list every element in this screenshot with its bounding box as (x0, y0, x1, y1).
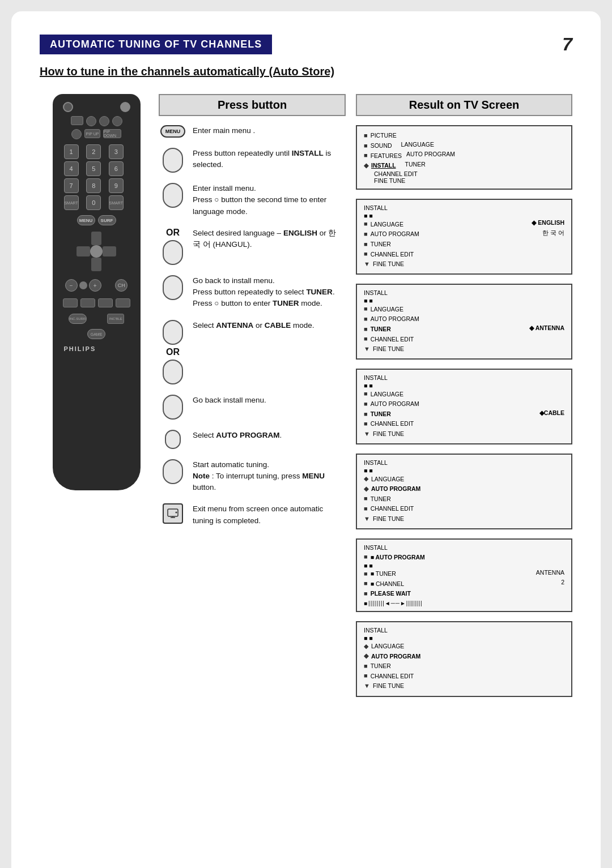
vol-ch-row: − + CH (58, 279, 135, 292)
screen4-dots: ■ ■ (364, 382, 564, 389)
ch-minus[interactable]: CH (115, 279, 128, 292)
remote-top-sensors (58, 102, 135, 112)
remote-control: PIP UP PIP DOWN 1 2 3 4 5 6 7 8 9 SMART … (53, 94, 141, 490)
screen4-tuner-row: ■TUNER ◆CABLE (364, 409, 564, 420)
screen7-dots: ■ ■ (364, 635, 564, 642)
screen6-title: INSTALL (364, 544, 564, 551)
remote-column: PIP UP PIP DOWN 1 2 3 4 5 6 7 8 9 SMART … (40, 94, 153, 490)
screen-3: INSTALL ■ ■ ■LANGUAGE ■AUTO PROGRAM ■TUN… (356, 284, 572, 360)
num-5[interactable]: 5 (86, 161, 101, 176)
screen-1: ■PICTURE ■SOUND LANGUAGE ■FEATURES AUTO … (356, 125, 572, 190)
or-label-2: OR (166, 347, 180, 357)
surf-button[interactable]: SURF (98, 215, 116, 225)
menu-button-remote[interactable]: MENU (77, 215, 95, 225)
pip-btn[interactable] (71, 129, 82, 139)
menu-oval-button[interactable]: MENU (160, 125, 185, 138)
screen6-dots2: ■ ■ (364, 562, 564, 569)
num-smart-left[interactable]: SMART (64, 195, 79, 210)
page-header: Automatic Tuning of TV Channels 7 (40, 34, 572, 55)
round-btn-3[interactable] (112, 116, 122, 126)
oval-button-5[interactable] (163, 320, 183, 345)
step-install-text: Press button repeatedly until INSTALL is… (193, 148, 346, 171)
num-9[interactable]: 9 (109, 178, 124, 193)
step-auto-program-text: Select AUTO PROGRAM. (193, 430, 346, 441)
screen5-auto-program: ◆AUTO PROGRAM (364, 484, 564, 494)
surr-button[interactable]: INC.SURR (69, 314, 87, 324)
num-3[interactable]: 3 (109, 144, 124, 159)
step-exit-text: Exit menu from screen once automatic tun… (193, 503, 346, 527)
nav-center[interactable] (90, 245, 103, 258)
step-menu: MENU Enter main menu . (159, 125, 346, 138)
vol-minus[interactable]: − (65, 279, 78, 292)
step-language-select-icon: OR (159, 228, 187, 265)
nav-up[interactable] (91, 232, 101, 245)
num-smart-right[interactable]: SMART (109, 195, 124, 210)
screen7-fine-tune: ▼FINE TUNE (364, 681, 564, 691)
step-antenna-text: Select ANTENNA or CABLE mode. (193, 320, 346, 331)
incredible-btn[interactable]: INC'BLE (107, 314, 124, 324)
num-7[interactable]: 7 (64, 178, 79, 193)
tv-btn[interactable] (80, 298, 95, 307)
oval-button-3[interactable] (163, 240, 183, 265)
page: Automatic Tuning of TV Channels 7 How to… (11, 11, 601, 868)
pip-up-btn[interactable]: PIP UP (84, 129, 100, 138)
screen2-auto-program: ■AUTO PROGRAM (364, 229, 419, 240)
screen3-auto-program: ■AUTO PROGRAM (364, 314, 564, 324)
oval-button-9[interactable] (163, 459, 183, 484)
oval-button-4[interactable] (163, 275, 183, 300)
screen-7: INSTALL ■ ■ ◆LANGUAGE ◆AUTO PROGRAM ■TUN… (356, 621, 572, 697)
step-go-back-icon (159, 395, 187, 420)
screen6-channel-num: 2 (561, 579, 564, 589)
oval-button-6[interactable] (163, 360, 183, 384)
screen6-channel-row: ■■ CHANNEL 2 (364, 579, 564, 589)
num-6[interactable]: 6 (109, 161, 124, 176)
oval-button-2[interactable] (163, 183, 183, 208)
remote-sensor-left (63, 102, 73, 112)
round-btn-1[interactable] (86, 116, 96, 126)
screen1-tuner: TUNER (405, 161, 426, 171)
page-number: 7 (562, 34, 572, 55)
step-exit: Exit menu from screen once automatic tun… (159, 503, 346, 527)
screen7-auto-program: ◆AUTO PROGRAM (364, 651, 564, 661)
step-menu-icon: MENU (159, 125, 187, 138)
screen4-cable: ◆CABLE (539, 409, 564, 420)
screen2-fine-tune: ▼FINE TUNE (364, 259, 564, 270)
tv-icon-button[interactable] (163, 503, 183, 524)
screen1-features-row: ■FEATURES AUTO PROGRAM (364, 151, 564, 161)
nav-right[interactable] (103, 246, 116, 256)
vol-plus[interactable]: + (89, 279, 101, 292)
number-grid: 1 2 3 4 5 6 7 8 9 SMART 0 SMART (64, 144, 129, 210)
round-btn-2[interactable] (99, 116, 109, 126)
step-language-icon (159, 183, 187, 208)
step-antenna-icon: OR (159, 320, 187, 384)
extra-btn[interactable] (116, 298, 130, 307)
num-0[interactable]: 0 (86, 195, 101, 210)
oval-button-1[interactable] (163, 148, 183, 173)
num-2[interactable]: 2 (86, 144, 101, 159)
av-ch-button[interactable] (71, 116, 83, 125)
av-btn[interactable] (63, 298, 78, 307)
num-8[interactable]: 8 (86, 178, 101, 193)
remote-row-pip: PIP UP PIP DOWN (58, 129, 135, 139)
step-tuner-icon (159, 275, 187, 300)
screen-5: INSTALL ■ ■ ◆LANGUAGE ◆AUTO PROGRAM ■TUN… (356, 454, 572, 529)
info-btn[interactable] (98, 298, 113, 307)
screen4-auto-program: ■AUTO PROGRAM (364, 399, 564, 409)
screen4-tuner: ■TUNER (364, 409, 391, 420)
num-4[interactable]: 4 (64, 161, 79, 176)
screen5-dots: ■ ■ (364, 467, 564, 474)
surr-row: INC.SURR INC'BLE (58, 314, 135, 324)
screen6-progress: ■ ||||||||◄──►|||||||| (364, 600, 564, 606)
oval-button-8[interactable] (165, 430, 181, 449)
num-1[interactable]: 1 (64, 144, 79, 159)
game-button[interactable]: GAME (87, 329, 105, 339)
nav-down[interactable] (91, 258, 101, 271)
screen-2: INSTALL ■ ■ ■LANGUAGE ◆ ENGLISH ■AUTO PR… (356, 199, 572, 275)
pip-down-btn[interactable]: PIP DOWN (103, 129, 121, 138)
nav-left[interactable] (76, 246, 90, 256)
screen-4: INSTALL ■ ■ ■LANGUAGE ■AUTO PROGRAM ■TUN… (356, 369, 572, 444)
oval-button-7[interactable] (163, 395, 183, 420)
steps-column: Press button MENU Enter main menu . Pres… (153, 94, 346, 537)
screen7-title: INSTALL (364, 627, 564, 634)
power-button[interactable] (120, 102, 130, 112)
